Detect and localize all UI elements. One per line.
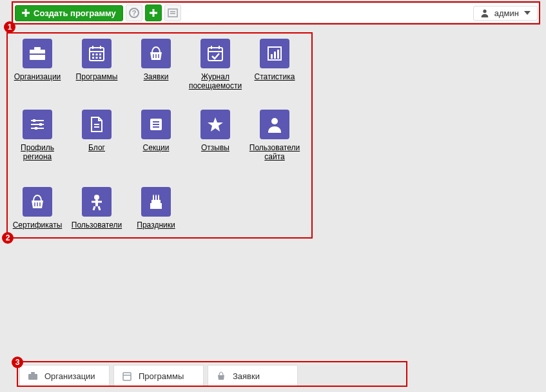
cake-icon [141,187,171,217]
top-toolbar: Создать программу админ [13,3,540,23]
tile-sections[interactable]: Секции [128,110,184,152]
taskbar-label: Организации [44,371,95,381]
taskbar-organizations[interactable]: Организации [19,365,110,387]
list-icon [141,110,171,139]
tile-siteusers[interactable]: Пользователи сайта [246,110,303,162]
calendar-icon [82,39,112,68]
tile-requests[interactable]: Заявки [128,39,184,81]
chevron-down-icon [524,11,531,15]
taskbar: ОрганизацииПрограммыЗаявки [19,365,406,387]
tile-label: Отзывы [201,143,229,152]
tile-attendance[interactable]: Журнал посещаемости [187,39,244,91]
tile-region[interactable]: Профиль региона [9,110,66,162]
desktop-icon-grid: ОрганизацииПрограммыЗаявкиЖурнал посещае… [9,32,312,239]
tile-label: Профиль региона [21,143,54,162]
tile-label: Блог [88,143,105,152]
tile-programs[interactable]: Программы [68,39,125,81]
add-button[interactable] [145,5,162,21]
star-icon [200,110,230,139]
tile-label: Организации [14,72,61,81]
basket-icon [141,39,171,68]
news-button[interactable] [164,5,181,21]
taskbar-requests[interactable]: Заявки [208,365,298,387]
user-icon [480,8,489,17]
tile-label: Секции [143,143,170,152]
news-icon [168,8,178,18]
calendar-check-icon [200,39,230,68]
tile-label: Праздники [137,220,175,230]
tile-certs[interactable]: Сертификаты [9,187,66,230]
calendar-icon [122,371,132,381]
tile-users[interactable]: Пользователи [68,187,125,230]
tile-label: Журнал посещаемости [189,72,242,91]
help-button[interactable] [126,5,142,21]
user-label: админ [494,8,519,18]
plus-icon [22,9,30,17]
tile-label: Программы [76,72,118,81]
briefcase-icon [23,39,52,68]
tile-label: Заявки [144,72,169,81]
doc-icon [82,110,112,139]
tile-holidays[interactable]: Праздники [128,187,184,230]
basket-icon [216,371,226,381]
user-menu[interactable]: админ [473,6,538,21]
tile-stats[interactable]: Статистика [246,39,303,81]
tile-label: Пользователи [72,220,122,230]
create-program-button[interactable]: Создать программу [15,5,123,21]
taskbar-label: Заявки [233,371,260,381]
sliders-icon [23,110,52,139]
plus-icon [150,9,157,17]
taskbar-programs[interactable]: Программы [113,365,204,387]
tile-organizations[interactable]: Организации [9,39,66,81]
basket-icon [23,187,52,217]
create-program-label: Создать программу [34,8,116,18]
tile-blog[interactable]: Блог [68,110,125,152]
tile-reviews[interactable]: Отзывы [187,110,244,152]
taskbar-label: Программы [139,371,184,381]
briefcase-icon [28,371,38,381]
user-icon [260,110,289,139]
help-icon [129,8,139,18]
tile-label: Сертификаты [13,220,63,230]
tile-label: Пользователи сайта [249,143,300,162]
chart-icon [260,39,289,68]
tile-label: Статистика [254,72,295,81]
person-icon [82,187,112,217]
